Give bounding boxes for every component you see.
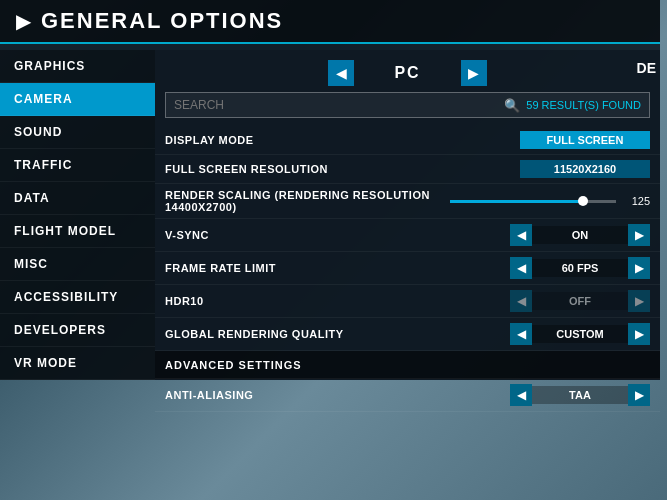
search-icon: 🔍 (498, 98, 526, 113)
options-panel: ▶ GENERAL OPTIONS GRAPHICS CAMERA SOUND … (0, 0, 660, 380)
advanced-settings-label: ADVANCED SETTINGS (165, 359, 650, 371)
frame-rate-prev-button[interactable]: ◀ (510, 257, 532, 279)
render-scaling-value: 125 (622, 195, 650, 207)
global-rendering-label: GLOBAL RENDERING QUALITY (165, 328, 510, 340)
anti-aliasing-row: ANTI-ALIASING ◀ TAA ▶ (155, 379, 660, 412)
resolution-row: FULL SCREEN RESOLUTION 11520X2160 (155, 155, 660, 184)
global-rendering-next-button[interactable]: ▶ (628, 323, 650, 345)
platform-title: PC (394, 64, 420, 82)
title-icon: ▶ (16, 9, 31, 33)
frame-rate-row: FRAME RATE LIMIT ◀ 60 FPS ▶ (155, 252, 660, 285)
frame-rate-label: FRAME RATE LIMIT (165, 262, 510, 274)
sidebar-item-flight-model[interactable]: FLIGHT MODEL (0, 215, 155, 248)
hdr10-label: HDR10 (165, 295, 510, 307)
advanced-settings-header: ADVANCED SETTINGS (155, 351, 660, 379)
anti-aliasing-prev-button[interactable]: ◀ (510, 384, 532, 406)
anti-aliasing-label: ANTI-ALIASING (165, 389, 510, 401)
sidebar-item-camera[interactable]: CAMERA (0, 83, 155, 116)
settings-list: DISPLAY MODE FULL SCREEN FULL SCREEN RES… (155, 126, 660, 416)
frame-rate-next-button[interactable]: ▶ (628, 257, 650, 279)
terrain-lod-row: TERRAIN LEVEL OF DETAIL 100 (155, 412, 660, 416)
platform-header: ◀ PC ▶ DE (155, 50, 660, 92)
content-area: ◀ PC ▶ DE 🔍 59 RESULT(S) FOUND DISPLAY M… (155, 50, 660, 380)
anti-aliasing-value: TAA (532, 386, 628, 404)
sidebar-item-developers[interactable]: DEVELOPERS (0, 314, 155, 347)
slider-track (450, 200, 616, 203)
sidebar-item-graphics[interactable]: GRAPHICS (0, 50, 155, 83)
frame-rate-value: 60 FPS (532, 259, 628, 277)
page-title: GENERAL OPTIONS (41, 8, 283, 34)
anti-aliasing-control: ◀ TAA ▶ (510, 384, 650, 406)
vsync-prev-button[interactable]: ◀ (510, 224, 532, 246)
prev-platform-button[interactable]: ◀ (328, 60, 354, 86)
global-rendering-row: GLOBAL RENDERING QUALITY ◀ CUSTOM ▶ (155, 318, 660, 351)
hdr10-row: HDR10 ◀ OFF ▶ (155, 285, 660, 318)
search-input[interactable] (166, 93, 498, 117)
vsync-next-button[interactable]: ▶ (628, 224, 650, 246)
slider-thumb[interactable] (578, 196, 588, 206)
global-rendering-control: ◀ CUSTOM ▶ (510, 323, 650, 345)
de-label: DE (633, 60, 660, 76)
search-bar: 🔍 59 RESULT(S) FOUND (165, 92, 650, 118)
search-results-count: 59 RESULT(S) FOUND (526, 99, 649, 111)
slider-fill (450, 200, 583, 203)
display-mode-label: DISPLAY MODE (165, 134, 520, 146)
sidebar-item-traffic[interactable]: TRAFFIC (0, 149, 155, 182)
sidebar-item-sound[interactable]: SOUND (0, 116, 155, 149)
next-platform-button[interactable]: ▶ (461, 60, 487, 86)
vsync-value: ON (532, 226, 628, 244)
sidebar-item-data[interactable]: DATA (0, 182, 155, 215)
global-rendering-value: CUSTOM (532, 325, 628, 343)
display-mode-row: DISPLAY MODE FULL SCREEN (155, 126, 660, 155)
frame-rate-control: ◀ 60 FPS ▶ (510, 257, 650, 279)
global-rendering-prev-button[interactable]: ◀ (510, 323, 532, 345)
sidebar-item-vr-mode[interactable]: VR MODE (0, 347, 155, 380)
render-scaling-slider[interactable]: 125 (450, 195, 650, 207)
hdr10-next-button[interactable]: ▶ (628, 290, 650, 312)
resolution-label: FULL SCREEN RESOLUTION (165, 163, 520, 175)
sidebar-item-misc[interactable]: MISC (0, 248, 155, 281)
hdr10-prev-button[interactable]: ◀ (510, 290, 532, 312)
render-scaling-row: RENDER SCALING (RENDERING RESOLUTION 144… (155, 184, 660, 219)
render-scaling-label: RENDER SCALING (RENDERING RESOLUTION 144… (165, 189, 450, 213)
anti-aliasing-next-button[interactable]: ▶ (628, 384, 650, 406)
title-bar: ▶ GENERAL OPTIONS (0, 0, 660, 44)
display-mode-value[interactable]: FULL SCREEN (520, 131, 650, 149)
hdr10-value: OFF (532, 292, 628, 310)
vsync-label: V-SYNC (165, 229, 510, 241)
hdr10-control: ◀ OFF ▶ (510, 290, 650, 312)
vsync-control: ◀ ON ▶ (510, 224, 650, 246)
sidebar: GRAPHICS CAMERA SOUND TRAFFIC DATA FLIGH… (0, 50, 155, 380)
vsync-row: V-SYNC ◀ ON ▶ (155, 219, 660, 252)
resolution-value[interactable]: 11520X2160 (520, 160, 650, 178)
sidebar-item-accessibility[interactable]: ACCESSIBILITY (0, 281, 155, 314)
